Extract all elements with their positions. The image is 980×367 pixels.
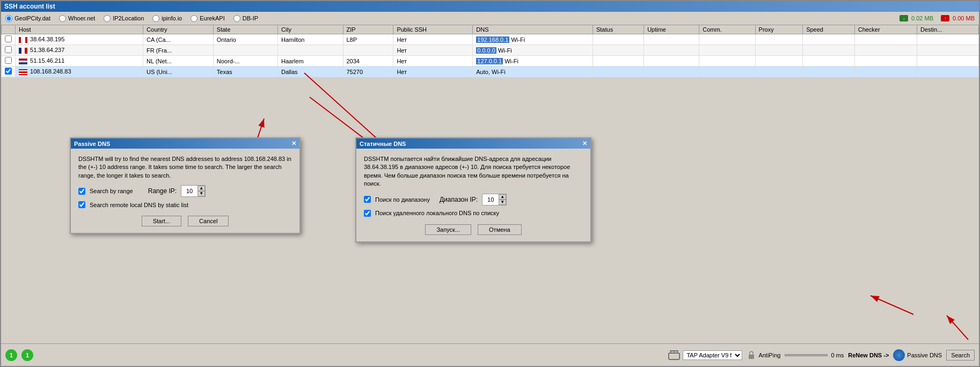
row-host: 51.15.46.211 xyxy=(16,56,143,67)
network-icon xyxy=(668,350,681,361)
radio-whoer-label: Whoer.net xyxy=(68,15,95,21)
range-ip-spinner[interactable]: ▲ ▼ xyxy=(181,185,206,197)
row-host: 108.168.248.83 xyxy=(16,67,143,77)
static-dns-dialog: Статичные DNS ✕ DSSHTM попытается найти … xyxy=(355,137,591,243)
static-dns-start-button[interactable]: Запуск... xyxy=(425,224,471,235)
search-remote-label: Search remote local DNS by static list xyxy=(90,202,188,208)
search-button[interactable]: Search xyxy=(946,350,975,361)
tap-adapter-select[interactable]: TAP Adapter V9 f xyxy=(683,350,742,360)
static-dns-body: DSSHTM попытается найти ближайшие DNS-ад… xyxy=(356,149,590,241)
row-checkbox[interactable] xyxy=(2,67,16,77)
row-checkbox[interactable] xyxy=(2,45,16,56)
table-row: 108.168.248.83 US (Uni... Texas Dallas 7… xyxy=(2,67,979,77)
row-uptime xyxy=(644,67,699,77)
passive-dns-buttons: Start... Cancel xyxy=(78,216,292,226)
geo-toolbar: GeolPCity.dat Whoer.net IP2Location ipin… xyxy=(1,12,979,25)
radio-eurekapi[interactable]: EurekAPI xyxy=(191,15,224,22)
row-proxy xyxy=(755,56,803,67)
static-dns-title-label: Статичные DNS xyxy=(360,141,406,147)
static-spinner-up[interactable]: ▲ xyxy=(499,194,506,200)
flag-icon-us xyxy=(19,69,27,75)
row-speed xyxy=(803,56,855,67)
ping-slider-group: 0 ms xyxy=(785,352,844,358)
passive-dns-bottom-button[interactable]: Passive DNS xyxy=(893,349,942,361)
row-proxy xyxy=(755,45,803,56)
row-host: 38.64.38.195 xyxy=(16,34,143,45)
search-by-range-label: Search by range xyxy=(90,188,133,194)
passive-dns-close-button[interactable]: ✕ xyxy=(291,140,296,147)
search-remote-row: Search remote local DNS by static list xyxy=(78,201,292,208)
host-value: 51.15.46.211 xyxy=(30,57,64,64)
status-circle-1[interactable]: 1 xyxy=(5,349,17,361)
main-window: SSH account list GeolPCity.dat Whoer.net… xyxy=(0,0,980,367)
radio-dbip-label: DB-IP xyxy=(243,15,258,21)
row-checkbox[interactable] xyxy=(2,56,16,67)
download-green-icon: ↓ xyxy=(898,14,909,23)
svg-line-8 xyxy=(871,296,913,314)
static-search-remote-checkbox[interactable] xyxy=(364,210,371,217)
antiping-button[interactable]: AntiPing xyxy=(747,350,780,360)
radio-ipinfo[interactable]: ipinfo.io xyxy=(152,15,182,22)
bottom-bar: 1 1 TAP Adapter V9 f AntiPing xyxy=(1,343,979,366)
ping-slider-track[interactable] xyxy=(785,354,828,356)
download-red-icon: ↑ xyxy=(940,14,950,23)
col-country: Country xyxy=(143,25,214,34)
range-ip-input[interactable] xyxy=(181,187,198,195)
ping-value: 0 ms xyxy=(831,352,844,358)
passive-dns-dialog: Passive DNS ✕ DSSНТМ will try to find th… xyxy=(70,137,301,234)
row-zip: L8P xyxy=(343,34,393,45)
host-value: 38.64.38.195 xyxy=(30,36,64,42)
radio-geolpcity[interactable]: GeolPCity.dat xyxy=(5,15,50,22)
renew-dns-button[interactable]: ReNew DNS -> xyxy=(848,352,889,358)
row-checkbox[interactable] xyxy=(2,34,16,45)
col-status: Status xyxy=(593,25,643,34)
static-range-ip-label: Диапазон IP: xyxy=(440,196,478,203)
static-search-remote-row: Поиск удаленного локального DNS по списк… xyxy=(364,210,583,217)
dns-highlight: 0.0.0.0 xyxy=(476,47,496,54)
row-dns: 127.0.0.1 Wi-Fi xyxy=(473,56,593,67)
row-speed xyxy=(803,45,855,56)
content-area: Host Country State City ZIP Public SSH D… xyxy=(1,25,979,343)
row-city: Dallas xyxy=(278,67,343,77)
radio-eurekapi-label: EurekAPI xyxy=(200,15,224,21)
radio-whoer[interactable]: Whoer.net xyxy=(59,15,95,22)
row-country: US (Uni... xyxy=(143,67,214,77)
spinner-up[interactable]: ▲ xyxy=(198,186,205,191)
row-public-ssh: Нет xyxy=(393,34,473,45)
static-dns-cancel-button[interactable]: Отмена xyxy=(478,224,521,235)
col-checker: Checker xyxy=(854,25,917,34)
flag-icon-nl xyxy=(19,58,27,64)
static-dns-close-button[interactable]: ✕ xyxy=(582,140,587,147)
col-uptime: Uptime xyxy=(644,25,699,34)
row-city: Hamilton xyxy=(278,34,343,45)
passive-dns-bottom-label: Passive DNS xyxy=(907,352,942,358)
row-uptime xyxy=(644,56,699,67)
account-table: Host Country State City ZIP Public SSH D… xyxy=(1,25,979,77)
radio-dbip[interactable]: DB-IP xyxy=(233,15,258,22)
search-by-range-checkbox[interactable] xyxy=(78,188,85,195)
status-circle-2[interactable]: 1 xyxy=(21,349,33,361)
spinner-down[interactable]: ▼ xyxy=(198,191,205,196)
radio-ip2location[interactable]: IP2Location xyxy=(104,15,144,22)
row-city: Haarlem xyxy=(278,56,343,67)
static-search-by-range-checkbox[interactable] xyxy=(364,196,371,203)
static-range-ip-input[interactable] xyxy=(482,196,499,203)
row-zip: 2034 xyxy=(343,56,393,67)
row-public-ssh: Нет xyxy=(393,45,473,56)
static-spinner-down[interactable]: ▼ xyxy=(499,200,506,205)
host-value: 108.168.248.83 xyxy=(30,68,71,75)
passive-dns-cancel-button[interactable]: Cancel xyxy=(188,216,229,226)
col-state: State xyxy=(213,25,277,34)
table-row: 51.38.64.237 FR (Fra... Нет 0.0.0.0 Wi-F… xyxy=(2,45,979,56)
antiping-label: AntiPing xyxy=(758,352,780,358)
row-proxy xyxy=(755,67,803,77)
static-range-ip-spinner[interactable]: ▲ ▼ xyxy=(482,194,507,205)
row-public-ssh: Нет xyxy=(393,67,473,77)
search-remote-checkbox[interactable] xyxy=(78,201,85,208)
row-uptime xyxy=(644,45,699,56)
passive-dns-start-button[interactable]: Start... xyxy=(142,216,181,226)
spinner-buttons: ▲ ▼ xyxy=(198,186,205,196)
row-zip: 75270 xyxy=(343,67,393,77)
download-red-value: 0.00 MB xyxy=(953,15,975,21)
svg-rect-14 xyxy=(749,355,754,359)
